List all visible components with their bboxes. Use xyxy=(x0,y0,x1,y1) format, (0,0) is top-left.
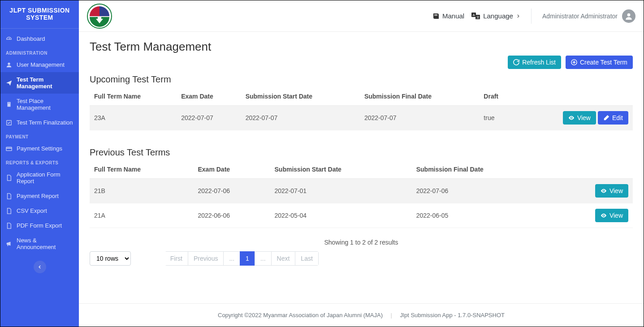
table-row: 21B2022-07-062022-07-012022-07-06 View xyxy=(90,179,633,203)
tachometer-icon xyxy=(6,36,12,42)
column-header: Submission Final Date xyxy=(412,160,554,179)
manual-link[interactable]: Manual xyxy=(432,12,464,20)
sidebar-item-csv-export[interactable]: CSV Export xyxy=(0,203,79,218)
svg-point-15 xyxy=(571,117,572,119)
cell-start-date: 2022-07-07 xyxy=(241,106,360,130)
bullhorn-icon xyxy=(6,241,12,247)
sidebar-item-label: Test Term Management xyxy=(17,76,73,90)
view-label: View xyxy=(577,114,591,121)
cell-exam-date: 2022-07-06 xyxy=(193,179,270,203)
create-label: Create Test Term xyxy=(580,59,627,66)
language-menu[interactable]: A文 Language xyxy=(471,12,520,20)
create-test-term-button[interactable]: Create Test Term xyxy=(566,56,633,69)
refresh-label: Refresh List xyxy=(522,59,556,66)
cell-exam-date: 2022-06-06 xyxy=(193,203,270,228)
book-icon xyxy=(432,13,440,20)
nav-icon xyxy=(6,175,12,181)
upcoming-heading: Upcoming Test Term xyxy=(90,74,633,85)
page-previous-button[interactable]: Previous xyxy=(188,251,224,266)
nav-icon xyxy=(6,120,12,126)
page-first-button[interactable]: First xyxy=(165,251,188,266)
sidebar-item-label: News & Announcement xyxy=(17,237,73,250)
plus-circle-icon xyxy=(571,59,577,65)
previous-table: Full Term NameExam DateSubmission Start … xyxy=(90,160,633,228)
nav-icon xyxy=(6,193,12,199)
page-dots-button[interactable]: ... xyxy=(223,251,240,266)
page-last-button[interactable]: Last xyxy=(295,251,318,266)
column-header: Submission Start Date xyxy=(270,160,412,179)
person-icon xyxy=(625,12,633,20)
cell-final-date: 2022-07-06 xyxy=(412,179,554,203)
nav-icon xyxy=(6,223,12,229)
credit-card-icon xyxy=(6,146,12,152)
sidebar-collapse-button[interactable] xyxy=(34,261,46,273)
sidebar-item-label: Payment Report xyxy=(17,193,59,199)
nav-icon xyxy=(6,101,12,108)
sidebar-item-label: Payment Settings xyxy=(17,145,62,152)
svg-rect-8 xyxy=(98,17,101,19)
view-label: View xyxy=(609,212,623,219)
cell-final-date: 2022-07-07 xyxy=(360,106,479,130)
check-square-icon xyxy=(6,120,12,126)
file-icon xyxy=(6,223,12,229)
user-icon xyxy=(6,62,12,68)
file-icon xyxy=(6,193,12,199)
sidebar-item-user-management[interactable]: User Management xyxy=(0,57,79,72)
footer-sep: | xyxy=(391,312,392,318)
cell-final-date: 2022-06-05 xyxy=(412,203,554,228)
view-button[interactable]: View xyxy=(595,209,628,222)
pencil-icon xyxy=(603,115,609,121)
chevron-right-icon xyxy=(516,14,520,18)
translate-icon: A文 xyxy=(471,13,480,20)
sidebar-item-application-form-report[interactable]: Application Form Report xyxy=(0,167,79,189)
footer-left: Copyright ©2022 Myanmar Association of J… xyxy=(218,312,383,318)
divider xyxy=(531,9,532,24)
page-number-button[interactable]: 1 xyxy=(240,251,255,266)
org-logo xyxy=(87,4,112,29)
sidebar-item-payment-settings[interactable]: Payment Settings xyxy=(0,141,79,156)
column-header: Full Term Name xyxy=(90,87,177,106)
eye-icon xyxy=(601,212,607,219)
sidebar-item-test-term-management[interactable]: Test Term Management xyxy=(0,72,79,94)
sidebar-item-label: Dashboard xyxy=(17,35,45,42)
view-label: View xyxy=(609,187,623,194)
edit-button[interactable]: Edit xyxy=(598,111,628,125)
sidebar-item-test-term-finalization[interactable]: Test Term Finalization xyxy=(0,115,79,130)
manual-label: Manual xyxy=(442,12,464,20)
sidebar-item-news-announcement[interactable]: News & Announcement xyxy=(0,233,79,254)
nav-icon xyxy=(6,80,12,86)
user-name: Administrator Administrator xyxy=(542,13,618,20)
user-menu[interactable]: Administrator Administrator xyxy=(542,9,635,23)
refresh-list-button[interactable]: Refresh List xyxy=(508,56,561,69)
svg-point-0 xyxy=(8,62,10,65)
nav-icon xyxy=(6,208,12,214)
footer-right: Jlpt Submission App - 1.7.0-SNAPSHOT xyxy=(400,312,505,318)
previous-heading: Previous Test Terms xyxy=(90,147,633,158)
sidebar-item-label: Test Term Finalization xyxy=(17,119,73,126)
file-icon xyxy=(6,208,12,214)
upcoming-table: Full Term NameExam DateSubmission Start … xyxy=(90,87,633,130)
svg-rect-6 xyxy=(6,148,12,149)
page-dots-button[interactable]: ... xyxy=(255,251,272,266)
cell-start-date: 2022-07-01 xyxy=(270,179,412,203)
eye-icon xyxy=(601,188,607,194)
column-header: Draft xyxy=(479,87,516,106)
sidebar-item-label: PDF Form Export xyxy=(17,222,62,229)
page-next-button[interactable]: Next xyxy=(271,251,296,266)
nav-icon xyxy=(6,241,12,247)
nav-section-header: ADMINISTRATION xyxy=(0,46,79,57)
rows-per-page-select[interactable]: 10 rows xyxy=(90,251,131,266)
view-button[interactable]: View xyxy=(563,111,596,125)
column-header: Submission Final Date xyxy=(360,87,479,106)
sidebar-item-test-place-management[interactable]: Test Place Management xyxy=(0,94,79,115)
sidebar-item-dashboard[interactable]: Dashboard xyxy=(0,31,79,46)
sidebar-item-label: Application Form Report xyxy=(17,171,73,185)
column-header: Exam Date xyxy=(177,87,241,106)
column-header: Exam Date xyxy=(193,160,270,179)
sidebar: JLPT SUBMISSION SYSTEM DashboardADMINIST… xyxy=(0,0,79,327)
sidebar-item-payment-report[interactable]: Payment Report xyxy=(0,189,79,203)
view-button[interactable]: View xyxy=(595,184,628,198)
svg-point-17 xyxy=(603,215,605,216)
sidebar-item-pdf-form-export[interactable]: PDF Form Export xyxy=(0,218,79,233)
pagination: First Previous ... 1 ... Next Last xyxy=(165,251,319,266)
